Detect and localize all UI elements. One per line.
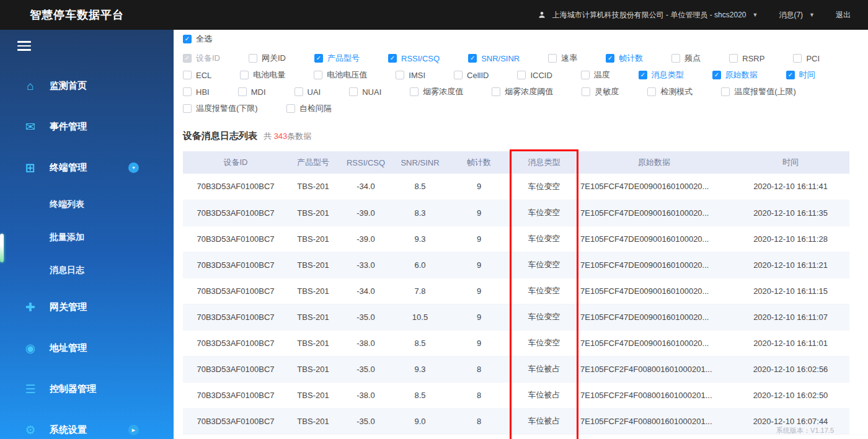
user-icon xyxy=(538,11,546,19)
checkbox[interactable]: ✓ xyxy=(388,54,397,63)
checkbox[interactable] xyxy=(396,71,404,79)
filter-option[interactable]: 频点 xyxy=(671,53,701,64)
filter-option[interactable]: UAI xyxy=(294,87,321,97)
checkbox[interactable] xyxy=(294,87,303,96)
checkbox[interactable] xyxy=(183,71,192,79)
checkbox[interactable] xyxy=(793,54,802,63)
cell-device_id: 70B3D53AF0100BC7 xyxy=(183,356,288,382)
sidebar-item-home[interactable]: ⌂监测首页 xyxy=(0,66,174,107)
checkbox[interactable] xyxy=(647,87,656,96)
checkbox[interactable] xyxy=(454,71,463,79)
checkbox[interactable]: ✓ xyxy=(606,54,614,63)
sidebar-item-controller[interactable]: ☰控制器管理 xyxy=(0,369,174,410)
cell-frame_count: 9 xyxy=(446,174,512,200)
menu-toggle-icon[interactable] xyxy=(17,41,32,51)
chevron-down-icon[interactable]: ▼ xyxy=(128,162,139,173)
filter-option[interactable]: 自检间隔 xyxy=(286,103,332,114)
sidebar-subitem[interactable]: 消息日志 xyxy=(0,254,174,287)
sidebar-subitem[interactable]: 批量添加 xyxy=(0,221,174,254)
filter-option[interactable]: 灵敏度 xyxy=(582,86,619,97)
checkbox[interactable] xyxy=(314,71,322,79)
checkbox[interactable] xyxy=(349,87,358,96)
sidebar-item-location[interactable]: ◉地址管理 xyxy=(0,328,174,369)
checkbox[interactable] xyxy=(517,71,526,79)
checkbox[interactable] xyxy=(286,104,295,113)
cell-msg_type: 车位被占 xyxy=(512,382,577,408)
filter-option[interactable]: MDI xyxy=(238,87,266,97)
sidebar-item-terminal[interactable]: ⊞终端管理▼ xyxy=(0,148,174,188)
filter-option[interactable]: 温度 xyxy=(581,69,610,81)
chevron-down-icon[interactable]: ▼ xyxy=(809,12,815,18)
filter-option-label: 烟雾浓度值 xyxy=(423,86,463,97)
sidebar-item-event[interactable]: ✉事件管理 xyxy=(0,107,174,148)
scrollbar-handle[interactable] xyxy=(0,234,4,262)
checkbox[interactable] xyxy=(671,54,680,63)
filter-option[interactable]: 温度报警值(上限) xyxy=(721,86,796,97)
checkbox[interactable] xyxy=(240,71,249,79)
filter-option[interactable]: PCI xyxy=(793,54,820,63)
cell-raw_data: 7E105FCF47DE00900160100020... xyxy=(577,174,732,200)
filter-option[interactable]: 速率 xyxy=(548,53,577,64)
filter-option-label: RSRP xyxy=(742,54,764,63)
cell-msg_type: 车位变空 xyxy=(512,252,577,278)
checkbox[interactable]: ✓ xyxy=(639,71,647,79)
filter-option[interactable]: HBI xyxy=(183,87,210,97)
filter-option[interactable]: ✓消息类型 xyxy=(639,69,684,81)
chevron-right-icon[interactable]: ▶ xyxy=(128,425,139,435)
filter-option[interactable]: ✓设备ID xyxy=(183,53,220,64)
checkbox[interactable]: ✓ xyxy=(183,54,192,63)
checkbox[interactable]: ✓ xyxy=(183,35,192,43)
checkbox[interactable] xyxy=(238,87,247,96)
cell-product_model: TBS-201 xyxy=(288,408,338,434)
filter-option-label: 检测模式 xyxy=(660,86,693,97)
checkbox[interactable]: ✓ xyxy=(468,54,477,63)
checkbox[interactable] xyxy=(548,54,557,63)
filter-option[interactable]: 检测模式 xyxy=(647,86,693,97)
filter-option[interactable]: ✓SNR/SINR xyxy=(468,54,520,63)
filter-option[interactable]: RSRP xyxy=(729,54,764,63)
filter-option-label: 烟雾浓度阈值 xyxy=(505,86,553,97)
table-row: 70B3D53AF0100BC7TBS-201-39.08.39车位变空7E10… xyxy=(183,200,849,226)
chevron-down-icon[interactable]: ▼ xyxy=(752,12,758,18)
filter-option[interactable]: 网关ID xyxy=(249,53,286,64)
column-header-product_model: 产品型号 xyxy=(288,151,338,174)
cell-product_model: TBS-201 xyxy=(288,174,338,200)
filter-option[interactable]: 烟雾浓度值 xyxy=(410,86,463,97)
user-account-menu[interactable]: 上海城市计算机科技股份有限公司 - 单位管理员 - shcs2020 xyxy=(552,10,746,20)
checkbox[interactable] xyxy=(721,87,730,96)
checkbox[interactable]: ✓ xyxy=(786,71,795,79)
sidebar-subitem[interactable]: 终端列表 xyxy=(0,188,174,221)
filter-option[interactable]: ✓时间 xyxy=(786,69,815,81)
filter-option[interactable]: 电池电量 xyxy=(240,69,285,81)
filter-option[interactable]: IMSI xyxy=(396,71,425,80)
filter-option[interactable]: ✓产品型号 xyxy=(314,53,360,64)
checkbox[interactable] xyxy=(729,54,738,63)
logout-button[interactable]: 退出 xyxy=(836,10,851,20)
sidebar-item-settings[interactable]: ⚙系统设置▶ xyxy=(0,410,174,439)
checkbox[interactable] xyxy=(582,87,590,96)
checkbox[interactable] xyxy=(410,87,418,96)
filter-option[interactable]: ✓RSSI/CSQ xyxy=(388,54,440,63)
filter-option[interactable]: ECL xyxy=(183,71,211,80)
checkbox[interactable] xyxy=(183,87,192,96)
event-icon: ✉ xyxy=(22,120,38,134)
checkbox[interactable] xyxy=(492,87,500,96)
filter-option[interactable]: ✓帧计数 xyxy=(606,53,643,64)
checkbox[interactable] xyxy=(581,71,590,79)
filter-option[interactable]: ✓原始数据 xyxy=(712,69,758,81)
select-all-option[interactable]: ✓ 全选 xyxy=(183,33,212,45)
filter-option[interactable]: 电池电压值 xyxy=(314,69,367,81)
filter-option[interactable]: 烟雾浓度阈值 xyxy=(492,86,553,97)
cell-product_model: TBS-201 xyxy=(288,382,338,408)
checkbox[interactable] xyxy=(249,54,257,63)
sidebar-item-gateway[interactable]: ✚网关管理 xyxy=(0,287,174,328)
messages-menu[interactable]: 消息(7) xyxy=(779,10,803,20)
filter-option[interactable]: 温度报警值(下限) xyxy=(183,103,258,114)
checkbox[interactable] xyxy=(183,104,192,113)
filter-option[interactable]: NUAI xyxy=(349,87,381,97)
checkbox[interactable]: ✓ xyxy=(314,54,323,63)
checkbox[interactable]: ✓ xyxy=(712,71,721,79)
filter-option[interactable]: CellID xyxy=(454,71,489,80)
filter-option[interactable]: ICCID xyxy=(517,71,552,80)
cell-product_model: TBS-201 xyxy=(288,226,338,252)
